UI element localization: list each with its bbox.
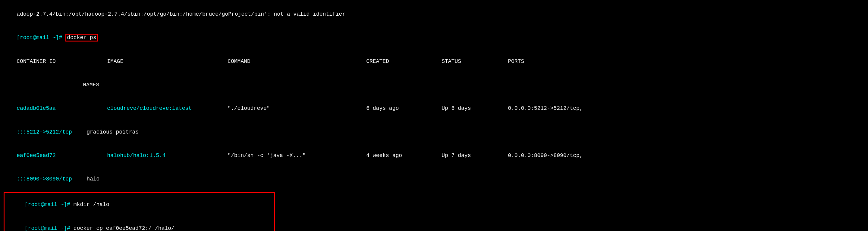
row1-command: "./cloudreve" (227, 104, 366, 112)
row1-ports: 0.0.0.0:5212->5212/tcp, (508, 105, 583, 111)
header-image: IMAGE (107, 57, 227, 65)
docker-ps-header: CONTAINER IDIMAGECOMMANDCREATEDSTATUSPOR… (4, 50, 864, 73)
header-created: CREATED (366, 57, 441, 65)
row1-image: cloudreve/cloudreve:latest (107, 104, 227, 112)
path-error-text: adoop-2.7.4/bin:/opt/hadoop-2.7.4/sbin:/… (17, 11, 345, 17)
mkdir-line: [root@mail ~]# mkdir /halo (5, 193, 273, 216)
row2-name: halo (83, 176, 99, 182)
header-ports: PORTS (508, 59, 524, 64)
row1-name: gracious_poitras (83, 129, 138, 135)
row2-status: Up 7 days (441, 152, 508, 159)
docker-row1-line2: :::5212->5212/tcpgracious_poitras (4, 120, 864, 144)
row1-ports2: :::5212->5212/tcp (17, 128, 83, 136)
docker-ps-line: [root@mail ~]# docker ps (4, 26, 864, 49)
docker-ps-header-names: NAMES (4, 73, 864, 97)
docker-ps-command: docker ps (65, 34, 98, 41)
prompt-text: [root@mail ~]# (17, 35, 65, 41)
docker-cp-prompt: [root@mail ~]# (25, 225, 73, 231)
row1-status: Up 6 days (441, 104, 508, 112)
row2-id: eaf0ee5ead72 (17, 152, 107, 159)
docker-row1-line1: cadadb01e5aacloudreve/cloudreve:latest".… (4, 97, 864, 120)
row2-ports2: :::8090->8090/tcp (17, 175, 83, 183)
docker-row2-line1: eaf0ee5ead72halohub/halo:1.5.4"/bin/sh -… (4, 144, 864, 167)
row1-id: cadadb01e5aa (17, 104, 107, 112)
header-status: STATUS (441, 57, 508, 65)
row2-created: 4 weeks ago (366, 152, 441, 159)
path-error-line: adoop-2.7.4/bin:/opt/hadoop-2.7.4/sbin:/… (4, 2, 864, 26)
header-names: NAMES (17, 82, 99, 88)
row2-image: halohub/halo:1.5.4 (107, 152, 227, 159)
header-container-id: CONTAINER ID (17, 57, 107, 65)
header-command: COMMAND (227, 57, 366, 65)
row1-created: 6 days ago (366, 104, 441, 112)
terminal-window: adoop-2.7.4/bin:/opt/hadoop-2.7.4/sbin:/… (4, 2, 864, 231)
mkdir-prompt-part: [root@mail ~]# (25, 201, 73, 207)
docker-cp-line: [root@mail ~]# docker cp eaf0ee5ead72:/ … (5, 217, 273, 231)
row2-command: "/bin/sh -c 'java -X..." (227, 152, 366, 159)
row2-ports: 0.0.0.0:8090->8090/tcp, (508, 153, 583, 158)
docker-row2-line2: :::8090->8090/tcphalo (4, 167, 864, 191)
commands-block: [root@mail ~]# mkdir /halo [root@mail ~]… (4, 192, 275, 231)
mkdir-command: mkdir /halo (73, 201, 110, 207)
docker-cp-command: docker cp eaf0ee5ead72:/ /halo/ (73, 225, 175, 231)
